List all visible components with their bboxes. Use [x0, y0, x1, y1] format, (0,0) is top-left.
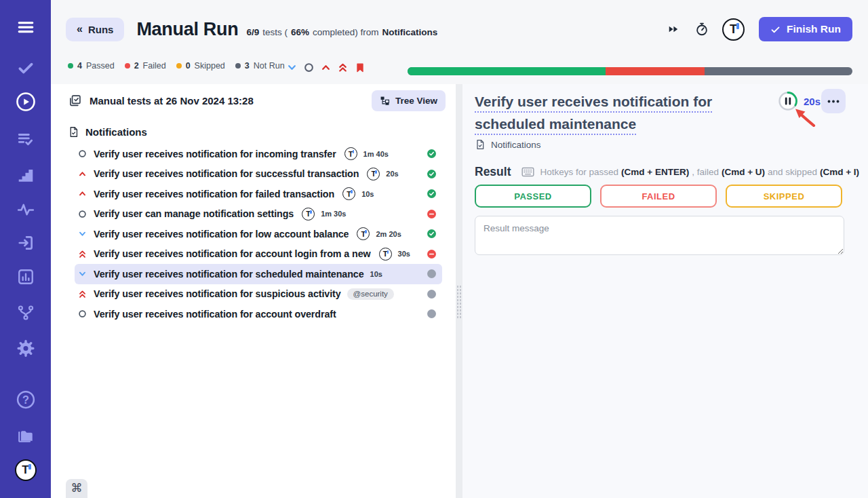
back-to-runs-button[interactable]: « Runs [66, 18, 124, 41]
test-row[interactable]: Verify user receives notification for fa… [75, 184, 442, 204]
steps-icon[interactable] [17, 166, 35, 183]
pause-timer-button[interactable] [778, 91, 798, 111]
progress-failed-segment [606, 67, 705, 75]
svg-text:?: ? [22, 394, 29, 406]
test-duration: 30s [398, 250, 410, 258]
detail-title: Verify user receives notification for sc… [475, 90, 780, 135]
filter-priority-normal-icon[interactable] [304, 62, 314, 73]
filter-priority-low-icon[interactable] [287, 62, 297, 73]
filter-priority-critical-icon[interactable] [338, 62, 348, 73]
test-row-selected[interactable]: Verify user receives notification for sc… [75, 264, 442, 284]
settings-gear-icon[interactable] [17, 339, 35, 357]
testomat-logo-icon [367, 168, 380, 180]
passed-dot [68, 63, 73, 69]
test-name[interactable]: Verify user receives notification for lo… [94, 229, 349, 240]
panel-resize-divider[interactable] [456, 84, 462, 498]
test-row[interactable]: Verify user receives notification for ac… [75, 244, 442, 265]
import-icon[interactable] [17, 234, 35, 252]
test-plans-icon[interactable] [17, 130, 35, 148]
finish-run-button[interactable]: Finish Run [759, 17, 852, 41]
stopwatch-icon[interactable] [693, 20, 711, 38]
test-row[interactable]: Verify user can manage notification sett… [75, 204, 442, 225]
fast-forward-icon[interactable] [665, 21, 682, 37]
testomat-logo-icon [344, 147, 357, 160]
test-name[interactable]: Verify user receives notification for ac… [94, 248, 371, 259]
projects-folder-icon[interactable] [17, 426, 35, 444]
suite-file-icon [68, 126, 79, 138]
menu-icon[interactable] [17, 18, 35, 36]
test-name[interactable]: Verify user receives notification for su… [94, 288, 341, 299]
status-passed-icon [427, 149, 436, 158]
filter-bookmark-icon[interactable] [355, 62, 366, 73]
stat-passed: 4Passed [68, 61, 115, 71]
test-name[interactable]: Verify user receives notification for in… [94, 149, 336, 159]
branches-icon[interactable] [17, 304, 35, 322]
testomat-logo-icon [342, 187, 355, 200]
progress-passed-segment [408, 67, 606, 75]
test-name[interactable]: Verify user receives notification for su… [94, 168, 359, 179]
result-message-input[interactable] [475, 216, 844, 255]
passed-button[interactable]: PASSED [475, 185, 591, 208]
help-icon[interactable]: ? [16, 389, 36, 410]
runs-play-icon[interactable] [16, 92, 36, 112]
status-not-run-icon [427, 309, 436, 318]
stat-skipped: 0Skipped [176, 61, 225, 71]
priority-high-icon [77, 189, 87, 199]
analytics-icon[interactable] [17, 268, 35, 286]
topbar-actions: Finish Run [665, 17, 852, 41]
test-row[interactable]: Verify user receives notification for su… [75, 164, 442, 185]
test-name[interactable]: Verify user receives notification for sc… [94, 269, 364, 280]
more-options-button[interactable] [821, 89, 846, 113]
testomat-logo-icon [379, 248, 392, 261]
test-row[interactable]: Verify user receives notification for in… [75, 144, 442, 164]
failed-dot [125, 63, 130, 69]
test-duration: 2m 20s [376, 230, 401, 238]
priority-normal-icon [77, 309, 87, 319]
test-row[interactable]: Verify user receives notification for ac… [75, 304, 442, 324]
completed-percent: 66% [291, 27, 309, 37]
back-label: Runs [88, 24, 114, 35]
test-detail-panel: Verify user receives notification for sc… [462, 84, 868, 498]
priority-normal-icon [77, 149, 87, 159]
priority-critical-icon [77, 249, 87, 258]
test-name[interactable]: Verify user can manage notification sett… [94, 208, 294, 219]
run-name[interactable]: Manual tests at 26 Nov 2024 13:28 [90, 95, 254, 107]
status-not-run-icon [427, 269, 436, 278]
test-name[interactable]: Verify user receives notification for ac… [94, 309, 336, 320]
checklist-icon [68, 94, 82, 108]
testomat-logo-icon [302, 208, 315, 221]
skipped-dot [176, 63, 182, 69]
skipped-button[interactable]: SKIPPED [726, 185, 842, 208]
failed-button[interactable]: FAILED [600, 185, 717, 208]
test-row[interactable]: Verify user receives notification for lo… [75, 224, 442, 244]
tree-icon [380, 96, 390, 106]
tree-view-button[interactable]: Tree View [372, 90, 446, 111]
detail-title-text[interactable]: Verify user receives notification for sc… [475, 94, 712, 132]
pulse-activity-icon[interactable] [17, 201, 35, 218]
tests-check-icon[interactable] [17, 59, 35, 77]
keyboard-icon [521, 167, 534, 177]
detail-breadcrumb[interactable]: Notifications [475, 139, 541, 150]
elapsed-timer: 20s [804, 96, 821, 107]
testomat-logo-icon [357, 227, 370, 240]
source-suite: Notifications [382, 27, 438, 37]
testomat-logo[interactable] [14, 459, 37, 482]
report-logo-icon[interactable] [722, 18, 745, 41]
suite-header[interactable]: Notifications [51, 117, 456, 138]
filter-priority-high-icon[interactable] [321, 62, 331, 73]
statsbar: 4Passed 2Failed 0Skipped 3Not Run [51, 58, 868, 84]
result-section-header: Result Hotkeys for passed (Cmd + ENTER) … [475, 165, 859, 179]
test-row[interactable]: Verify user receives notification for su… [75, 284, 442, 305]
test-name[interactable]: Verify user receives notification for fa… [94, 189, 334, 199]
run-subtitle: 6/9 tests ( 66% completed) from Notifica… [246, 27, 437, 37]
status-not-run-icon [427, 290, 436, 299]
status-passed-icon [427, 229, 436, 238]
test-duration: 10s [361, 190, 374, 198]
stat-not-run: 3Not Run [235, 61, 285, 71]
test-tag-badge[interactable]: @security [347, 288, 394, 300]
drag-handle[interactable] [456, 285, 462, 319]
hotkeys-shortcut-button[interactable]: ⌘ [66, 479, 87, 498]
tests-count: 6/9 [246, 27, 259, 37]
priority-high-icon [77, 169, 87, 178]
command-key-icon: ⌘ [71, 482, 83, 495]
